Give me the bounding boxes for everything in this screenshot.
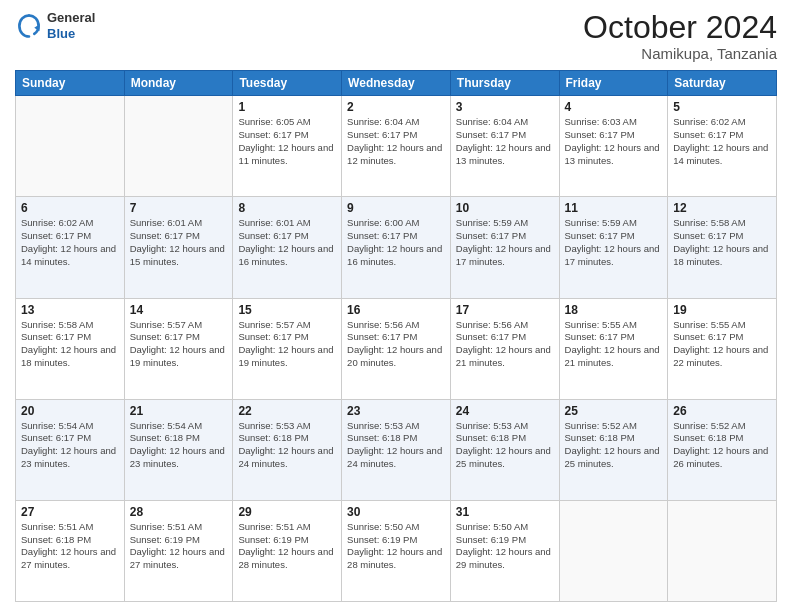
day-number: 17	[456, 303, 554, 317]
day-number: 11	[565, 201, 663, 215]
calendar-cell: 17Sunrise: 5:56 AM Sunset: 6:17 PM Dayli…	[450, 298, 559, 399]
day-number: 12	[673, 201, 771, 215]
calendar-cell: 8Sunrise: 6:01 AM Sunset: 6:17 PM Daylig…	[233, 197, 342, 298]
day-info: Sunrise: 5:53 AM Sunset: 6:18 PM Dayligh…	[456, 420, 554, 471]
day-number: 2	[347, 100, 445, 114]
weekday-header-monday: Monday	[124, 71, 233, 96]
logo-blue-label: Blue	[47, 26, 95, 42]
day-number: 22	[238, 404, 336, 418]
day-number: 7	[130, 201, 228, 215]
weekday-header-thursday: Thursday	[450, 71, 559, 96]
weekday-header-row: SundayMondayTuesdayWednesdayThursdayFrid…	[16, 71, 777, 96]
calendar-cell: 5Sunrise: 6:02 AM Sunset: 6:17 PM Daylig…	[668, 96, 777, 197]
calendar-cell: 23Sunrise: 5:53 AM Sunset: 6:18 PM Dayli…	[342, 399, 451, 500]
day-number: 1	[238, 100, 336, 114]
day-info: Sunrise: 6:02 AM Sunset: 6:17 PM Dayligh…	[673, 116, 771, 167]
day-number: 21	[130, 404, 228, 418]
calendar-week-row: 6Sunrise: 6:02 AM Sunset: 6:17 PM Daylig…	[16, 197, 777, 298]
title-block: October 2024 Namikupa, Tanzania	[583, 10, 777, 62]
calendar-cell: 11Sunrise: 5:59 AM Sunset: 6:17 PM Dayli…	[559, 197, 668, 298]
weekday-header-tuesday: Tuesday	[233, 71, 342, 96]
calendar-cell: 22Sunrise: 5:53 AM Sunset: 6:18 PM Dayli…	[233, 399, 342, 500]
day-number: 30	[347, 505, 445, 519]
calendar-cell: 29Sunrise: 5:51 AM Sunset: 6:19 PM Dayli…	[233, 500, 342, 601]
calendar-week-row: 27Sunrise: 5:51 AM Sunset: 6:18 PM Dayli…	[16, 500, 777, 601]
day-info: Sunrise: 6:03 AM Sunset: 6:17 PM Dayligh…	[565, 116, 663, 167]
day-number: 3	[456, 100, 554, 114]
weekday-header-friday: Friday	[559, 71, 668, 96]
calendar-cell: 3Sunrise: 6:04 AM Sunset: 6:17 PM Daylig…	[450, 96, 559, 197]
calendar-week-row: 1Sunrise: 6:05 AM Sunset: 6:17 PM Daylig…	[16, 96, 777, 197]
logo: General Blue	[15, 10, 95, 41]
day-info: Sunrise: 5:51 AM Sunset: 6:19 PM Dayligh…	[238, 521, 336, 572]
day-number: 15	[238, 303, 336, 317]
day-number: 27	[21, 505, 119, 519]
month-title: October 2024	[583, 10, 777, 45]
day-info: Sunrise: 5:54 AM Sunset: 6:18 PM Dayligh…	[130, 420, 228, 471]
day-number: 5	[673, 100, 771, 114]
weekday-header-sunday: Sunday	[16, 71, 125, 96]
day-number: 16	[347, 303, 445, 317]
calendar-cell: 9Sunrise: 6:00 AM Sunset: 6:17 PM Daylig…	[342, 197, 451, 298]
calendar-cell	[668, 500, 777, 601]
calendar: SundayMondayTuesdayWednesdayThursdayFrid…	[15, 70, 777, 602]
calendar-cell: 13Sunrise: 5:58 AM Sunset: 6:17 PM Dayli…	[16, 298, 125, 399]
day-info: Sunrise: 5:56 AM Sunset: 6:17 PM Dayligh…	[456, 319, 554, 370]
calendar-week-row: 20Sunrise: 5:54 AM Sunset: 6:17 PM Dayli…	[16, 399, 777, 500]
calendar-cell: 25Sunrise: 5:52 AM Sunset: 6:18 PM Dayli…	[559, 399, 668, 500]
day-info: Sunrise: 5:54 AM Sunset: 6:17 PM Dayligh…	[21, 420, 119, 471]
day-info: Sunrise: 5:52 AM Sunset: 6:18 PM Dayligh…	[673, 420, 771, 471]
day-info: Sunrise: 6:01 AM Sunset: 6:17 PM Dayligh…	[130, 217, 228, 268]
calendar-cell: 26Sunrise: 5:52 AM Sunset: 6:18 PM Dayli…	[668, 399, 777, 500]
logo-general-label: General	[47, 10, 95, 26]
calendar-cell: 21Sunrise: 5:54 AM Sunset: 6:18 PM Dayli…	[124, 399, 233, 500]
day-info: Sunrise: 5:59 AM Sunset: 6:17 PM Dayligh…	[456, 217, 554, 268]
calendar-cell: 28Sunrise: 5:51 AM Sunset: 6:19 PM Dayli…	[124, 500, 233, 601]
day-info: Sunrise: 5:55 AM Sunset: 6:17 PM Dayligh…	[673, 319, 771, 370]
calendar-cell: 16Sunrise: 5:56 AM Sunset: 6:17 PM Dayli…	[342, 298, 451, 399]
day-number: 23	[347, 404, 445, 418]
day-number: 20	[21, 404, 119, 418]
day-number: 6	[21, 201, 119, 215]
day-number: 4	[565, 100, 663, 114]
day-info: Sunrise: 5:56 AM Sunset: 6:17 PM Dayligh…	[347, 319, 445, 370]
day-number: 8	[238, 201, 336, 215]
day-number: 29	[238, 505, 336, 519]
day-number: 26	[673, 404, 771, 418]
calendar-cell: 30Sunrise: 5:50 AM Sunset: 6:19 PM Dayli…	[342, 500, 451, 601]
day-info: Sunrise: 5:53 AM Sunset: 6:18 PM Dayligh…	[347, 420, 445, 471]
day-number: 9	[347, 201, 445, 215]
weekday-header-wednesday: Wednesday	[342, 71, 451, 96]
day-info: Sunrise: 5:55 AM Sunset: 6:17 PM Dayligh…	[565, 319, 663, 370]
day-info: Sunrise: 5:57 AM Sunset: 6:17 PM Dayligh…	[130, 319, 228, 370]
calendar-cell: 10Sunrise: 5:59 AM Sunset: 6:17 PM Dayli…	[450, 197, 559, 298]
day-info: Sunrise: 6:04 AM Sunset: 6:17 PM Dayligh…	[456, 116, 554, 167]
logo-text: General Blue	[47, 10, 95, 41]
logo-icon	[15, 12, 43, 40]
calendar-cell	[16, 96, 125, 197]
day-number: 10	[456, 201, 554, 215]
day-info: Sunrise: 5:57 AM Sunset: 6:17 PM Dayligh…	[238, 319, 336, 370]
day-info: Sunrise: 5:58 AM Sunset: 6:17 PM Dayligh…	[673, 217, 771, 268]
page: General Blue October 2024 Namikupa, Tanz…	[0, 0, 792, 612]
day-info: Sunrise: 6:02 AM Sunset: 6:17 PM Dayligh…	[21, 217, 119, 268]
day-number: 28	[130, 505, 228, 519]
day-info: Sunrise: 5:50 AM Sunset: 6:19 PM Dayligh…	[456, 521, 554, 572]
day-info: Sunrise: 6:04 AM Sunset: 6:17 PM Dayligh…	[347, 116, 445, 167]
day-number: 18	[565, 303, 663, 317]
calendar-cell: 15Sunrise: 5:57 AM Sunset: 6:17 PM Dayli…	[233, 298, 342, 399]
calendar-cell: 14Sunrise: 5:57 AM Sunset: 6:17 PM Dayli…	[124, 298, 233, 399]
calendar-cell: 24Sunrise: 5:53 AM Sunset: 6:18 PM Dayli…	[450, 399, 559, 500]
calendar-cell: 12Sunrise: 5:58 AM Sunset: 6:17 PM Dayli…	[668, 197, 777, 298]
header: General Blue October 2024 Namikupa, Tanz…	[15, 10, 777, 62]
calendar-cell: 7Sunrise: 6:01 AM Sunset: 6:17 PM Daylig…	[124, 197, 233, 298]
calendar-cell: 4Sunrise: 6:03 AM Sunset: 6:17 PM Daylig…	[559, 96, 668, 197]
calendar-cell: 18Sunrise: 5:55 AM Sunset: 6:17 PM Dayli…	[559, 298, 668, 399]
day-number: 25	[565, 404, 663, 418]
weekday-header-saturday: Saturday	[668, 71, 777, 96]
day-number: 19	[673, 303, 771, 317]
calendar-cell: 31Sunrise: 5:50 AM Sunset: 6:19 PM Dayli…	[450, 500, 559, 601]
day-number: 31	[456, 505, 554, 519]
calendar-cell: 6Sunrise: 6:02 AM Sunset: 6:17 PM Daylig…	[16, 197, 125, 298]
day-info: Sunrise: 6:05 AM Sunset: 6:17 PM Dayligh…	[238, 116, 336, 167]
